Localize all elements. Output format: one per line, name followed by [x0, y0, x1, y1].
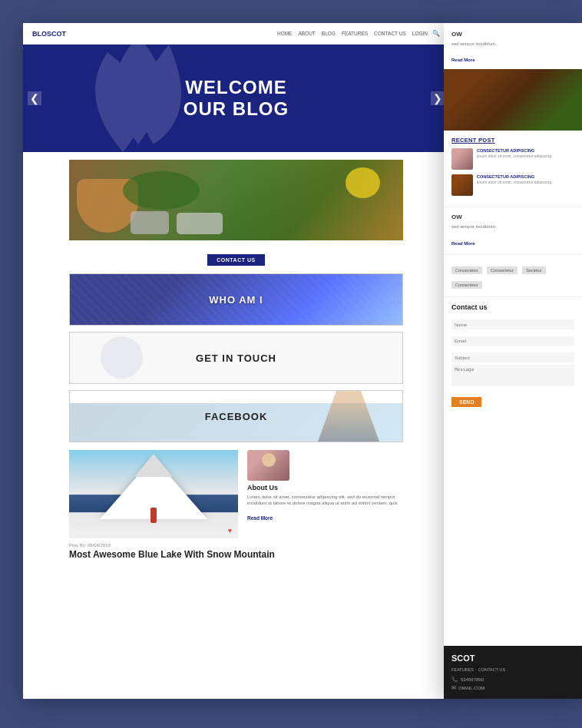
- send-button[interactable]: SEND: [451, 397, 481, 407]
- recent-post-desc-1: ipsum dolor sit amet, consectetur adipis…: [477, 154, 574, 159]
- hero-title: WELCOME OUR BLOG: [184, 77, 289, 120]
- footer-features-link[interactable]: FEATURES: [451, 667, 474, 672]
- footer-phone-text: 534567890: [461, 677, 484, 682]
- who-am-i-card[interactable]: WHO AM I: [69, 273, 403, 326]
- contact-form-section: Contact us SEND: [444, 296, 582, 414]
- contact-us-button[interactable]: CONTACT US: [207, 254, 264, 266]
- author-thumbnail: [247, 450, 289, 481]
- facebook-card[interactable]: FACEBOOK: [69, 390, 403, 442]
- about-text: Lorem dolor sit amet, consectetur adipis…: [247, 494, 403, 507]
- recent-post-desc-2: ipsum dolor sit amet, consectetur adipis…: [477, 180, 574, 185]
- recent-post-title: RECENT POST: [451, 137, 574, 144]
- footer-email-row: ✉ OMAIL.COM: [451, 685, 574, 691]
- recent-post-item-1: CONSECTETUR ADIPISCING ipsum dolor sit a…: [451, 148, 574, 170]
- right-image-block: [444, 69, 582, 131]
- footer-section: SCOT FEATURES CONTACT US 📞 534567890 ✉ O…: [444, 646, 582, 699]
- nav-login[interactable]: LOGIN: [412, 31, 428, 36]
- right-panel: OW sed tempor incididunt. Read More RECE…: [444, 23, 582, 699]
- food-section: [23, 152, 449, 248]
- food-image: [69, 160, 403, 240]
- tag-4[interactable]: Consectetur: [451, 281, 482, 289]
- hero-next-button[interactable]: ❯: [431, 91, 445, 105]
- mountain-background: [69, 450, 238, 538]
- mountain-snow: [134, 454, 173, 477]
- recent-post-heading-2: CONSECTETUR ADIPISCING: [477, 174, 574, 179]
- contact-message-input[interactable]: [451, 365, 574, 386]
- nav-home[interactable]: HOME: [277, 31, 293, 36]
- footer-links: FEATURES CONTACT US: [451, 667, 574, 672]
- footer-phone-row: 📞 534567890: [451, 677, 574, 683]
- who-am-i-label: WHO AM I: [209, 294, 263, 306]
- recent-thumb-1: [451, 148, 473, 170]
- nav-contact[interactable]: CONTACT US: [374, 31, 406, 36]
- food-lemons-shape: [346, 167, 380, 198]
- tag-2[interactable]: Consectetur: [487, 266, 518, 274]
- email-icon: ✉: [451, 685, 456, 691]
- right-second-section: OW sed tempor incididunt. Read More: [444, 207, 582, 253]
- about-title: About Us: [247, 484, 403, 491]
- food-bowl2-shape: [177, 213, 223, 234]
- get-in-touch-label: GET IN TOUCH: [196, 352, 276, 364]
- main-page: BLOSCOT HOME ABOUT BLOG FEATURES CONTACT…: [23, 23, 449, 699]
- blog-main-image: ♥: [69, 450, 238, 538]
- food-greens-shape: [123, 171, 200, 210]
- about-read-more[interactable]: Read More: [247, 515, 273, 521]
- widgets-area: WHO AM I GET IN TOUCH FACEBOOK: [23, 273, 449, 442]
- recent-post-section: RECENT POST CONSECTETUR ADIPISCING ipsum…: [444, 131, 582, 207]
- navbar-links: HOME ABOUT BLOG FEATURES CONTACT US LOGI…: [277, 31, 428, 36]
- hero-line2: OUR BLOG: [184, 98, 289, 120]
- blog-section: ♥ About Us Lorem dolor sit amet, consect…: [23, 450, 449, 538]
- right-second-text: sed tempor incididunt.: [451, 223, 574, 230]
- person-figure: [150, 508, 157, 523]
- nav-blog[interactable]: BLOG: [322, 31, 336, 36]
- facebook-label: FACEBOOK: [205, 411, 268, 422]
- recent-post-item-2: CONSECTETUR ADIPISCING ipsum dolor sit a…: [451, 174, 574, 196]
- nav-about[interactable]: ABOUT: [298, 31, 315, 36]
- contact-subject-input[interactable]: [451, 352, 574, 362]
- post-meta: Post By: 09/06/2019: [23, 538, 449, 549]
- phone-icon: 📞: [451, 677, 458, 683]
- right-top-readmore[interactable]: Read More: [451, 58, 475, 62]
- tag-1[interactable]: Consectetur: [451, 266, 482, 274]
- get-in-touch-card[interactable]: GET IN TOUCH: [69, 332, 403, 384]
- footer-brand: SCOT: [451, 654, 574, 663]
- right-top-section: OW sed tempor incididunt. Read More: [444, 23, 582, 69]
- author-face: [262, 453, 276, 467]
- touch-circle: [101, 336, 143, 379]
- blog-info: About Us Lorem dolor sit amet, consectet…: [247, 450, 403, 538]
- footer-email-text: OMAIL.COM: [458, 686, 484, 690]
- navbar-brand: BLOSCOT: [32, 30, 66, 38]
- right-image-overlay: [444, 69, 582, 131]
- right-second-title: OW: [451, 213, 574, 220]
- nav-features[interactable]: FEATURES: [342, 31, 368, 36]
- contact-name-input[interactable]: [451, 319, 574, 329]
- tag-3[interactable]: Sectetur: [522, 266, 545, 274]
- right-top-title: OW: [451, 31, 574, 38]
- recent-post-heading-1: CONSECTETUR ADIPISCING: [477, 148, 574, 153]
- food-bowl1-shape: [131, 211, 169, 234]
- recent-post-text-1: CONSECTETUR ADIPISCING ipsum dolor sit a…: [477, 148, 574, 159]
- hero-prev-button[interactable]: ❮: [28, 91, 41, 105]
- right-second-readmore[interactable]: Read More: [451, 241, 475, 246]
- tags-section: Consectetur Consectetur Sectetur Consect…: [444, 254, 582, 296]
- contact-email-input[interactable]: [451, 336, 574, 346]
- recent-post-text-2: CONSECTETUR ADIPISCING ipsum dolor sit a…: [477, 174, 574, 185]
- recent-thumb-2: [451, 174, 473, 196]
- footer-contact-link[interactable]: CONTACT US: [478, 667, 505, 672]
- contact-button-wrap: CONTACT US: [23, 248, 449, 273]
- right-top-text: sed tempor incididunt.: [451, 41, 574, 47]
- search-icon[interactable]: 🔍: [432, 30, 440, 37]
- fb-person: [318, 391, 379, 442]
- navbar: BLOSCOT HOME ABOUT BLOG FEATURES CONTACT…: [23, 23, 449, 45]
- hero-banner: WELCOME OUR BLOG ❮ ❯: [23, 45, 449, 152]
- contact-form-title: Contact us: [451, 303, 574, 311]
- hero-line1: WELCOME: [184, 77, 289, 98]
- post-title: Most Awesome Blue Lake With Snow Mountai…: [23, 549, 449, 561]
- heart-icon: ♥: [228, 527, 232, 534]
